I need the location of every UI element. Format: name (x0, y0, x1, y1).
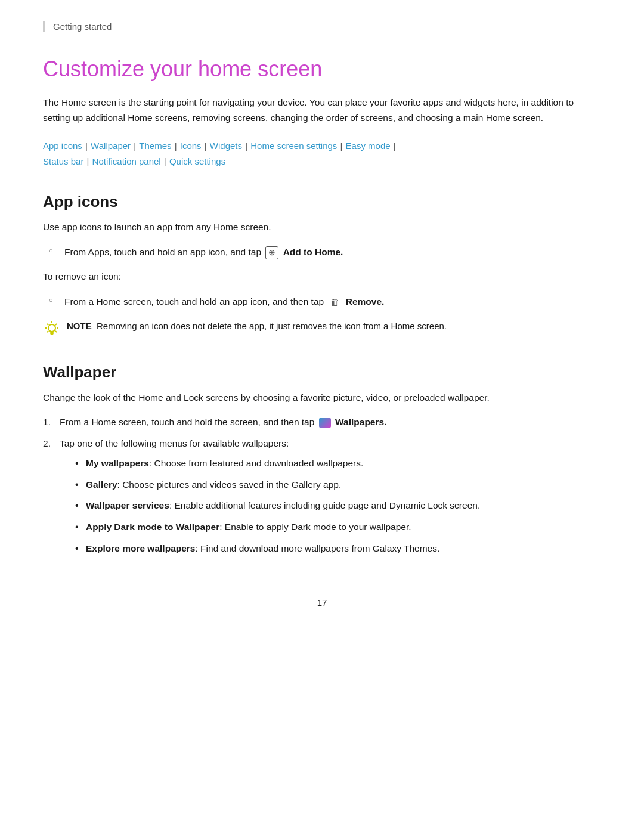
add-to-home-label: Add to Home. (283, 247, 343, 257)
separator-1: | (83, 141, 90, 151)
note-box: NOTE Removing an icon does not delete th… (43, 319, 601, 342)
quick-settings-link[interactable]: Quick settings (169, 156, 225, 166)
separator-8: | (84, 156, 91, 166)
svg-line-7 (55, 323, 57, 324)
wallpaper-step-1: From a Home screen, touch and hold the s… (43, 414, 601, 430)
svg-point-0 (48, 324, 55, 332)
add-to-home-text: From Apps, touch and hold an app icon, a… (64, 244, 343, 260)
wallpaper-menu-item-1: Gallery: Choose pictures and videos save… (74, 477, 480, 493)
nav-links: App icons | Wallpaper | Themes | Icons |… (43, 138, 601, 169)
wallpaper-intro: Change the look of the Home and Lock scr… (43, 390, 601, 405)
add-to-home-item: From Apps, touch and hold an app icon, a… (43, 244, 601, 260)
separator-4: | (202, 141, 209, 151)
wallpaper-menu-item-0: My wallpapers: Choose from featured and … (74, 456, 480, 471)
status-bar-link[interactable]: Status bar (43, 156, 83, 166)
wallpaper-menu-item-3: Apply Dark mode to Wallpaper: Enable to … (74, 519, 480, 535)
svg-line-8 (47, 330, 48, 332)
svg-rect-10 (51, 334, 54, 335)
step1-label: Wallpapers. (335, 417, 386, 427)
app-icons-section: App icons Use app icons to launch an app… (43, 193, 601, 341)
icons-link[interactable]: Icons (180, 141, 202, 151)
separator-9: | (162, 156, 169, 166)
remove-icon-item: From a Home screen, touch and hold an ap… (43, 294, 601, 309)
wallpaper-menu-item-4: Explore more wallpapers: Find and downlo… (74, 541, 480, 556)
separator-2: | (131, 141, 138, 151)
remove-intro-text: To remove an icon: (43, 269, 601, 284)
svg-line-6 (55, 330, 57, 332)
app-icons-heading: App icons (43, 193, 601, 211)
wallpaper-section: Wallpaper Change the look of the Home an… (43, 363, 601, 562)
home-screen-settings-link[interactable]: Home screen settings (250, 141, 337, 151)
easy-mode-link[interactable]: Easy mode (346, 141, 391, 151)
separator-3: | (172, 141, 179, 151)
note-label: NOTE (67, 321, 92, 331)
wallpaper-menu-items: My wallpapers: Choose from featured and … (74, 456, 480, 556)
remove-label: Remove. (346, 296, 385, 306)
separator-6: | (338, 141, 345, 151)
note-text: NOTE Removing an icon does not delete th… (67, 319, 447, 334)
step2-content: Tap one of the following menus for avail… (60, 436, 480, 562)
widgets-link[interactable]: Widgets (210, 141, 242, 151)
wallpapers-icon (319, 418, 331, 428)
wallpaper-menu-item-2: Wallpaper services: Enable additional fe… (74, 498, 480, 513)
app-icons-link[interactable]: App icons (43, 141, 82, 151)
notification-panel-link[interactable]: Notification panel (92, 156, 161, 166)
intro-paragraph: The Home screen is the starting point fo… (43, 95, 601, 125)
step1-content: From a Home screen, touch and hold the s… (60, 414, 386, 430)
note-icon (43, 320, 61, 342)
wallpaper-steps: From a Home screen, touch and hold the s… (43, 414, 601, 562)
app-icons-remove-list: From a Home screen, touch and hold an ap… (43, 294, 601, 309)
separator-5: | (243, 141, 250, 151)
svg-rect-9 (50, 332, 54, 334)
app-icons-intro: Use app icons to launch an app from any … (43, 219, 601, 235)
wallpaper-heading: Wallpaper (43, 363, 601, 382)
page-number: 17 (43, 597, 601, 608)
remove-icon-text: From a Home screen, touch and hold an ap… (64, 294, 384, 309)
themes-link[interactable]: Themes (139, 141, 171, 151)
wallpaper-link[interactable]: Wallpaper (91, 141, 131, 151)
trash-icon: 🗑 (328, 296, 341, 309)
wallpaper-step-2: Tap one of the following menus for avail… (43, 436, 601, 562)
svg-line-5 (47, 323, 48, 324)
main-title: Customize your home screen (43, 56, 601, 82)
add-to-home-icon: ⊕ (265, 246, 278, 259)
app-icons-add-list: From Apps, touch and hold an app icon, a… (43, 244, 601, 260)
breadcrumb-text: Getting started (53, 21, 112, 32)
note-content: Removing an icon does not delete the app… (97, 321, 447, 331)
separator-7: | (391, 141, 396, 151)
breadcrumb: Getting started (43, 21, 601, 32)
